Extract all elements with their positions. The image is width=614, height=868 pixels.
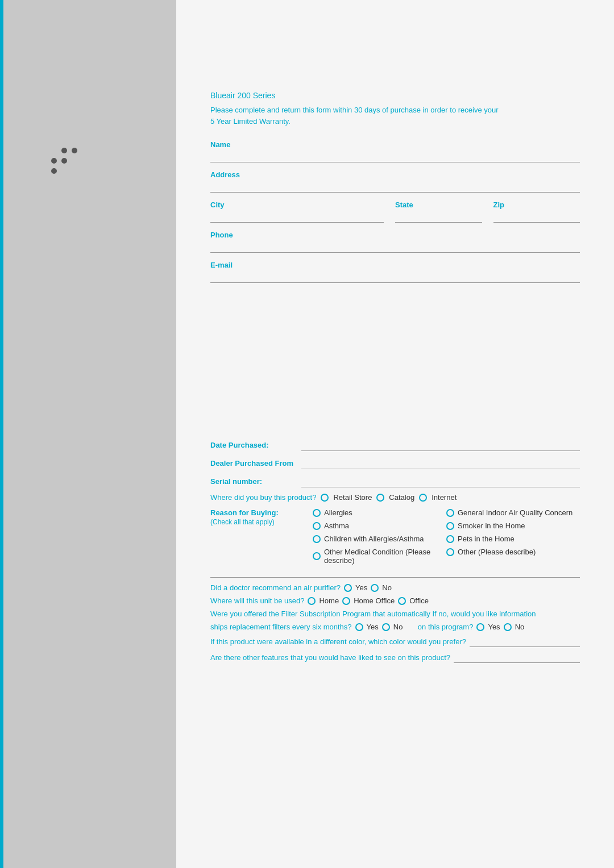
allergies-radio[interactable]	[313, 509, 321, 517]
address-input[interactable]	[210, 180, 580, 193]
filter-info-yes-label: Yes	[488, 623, 500, 631]
reason-other-medical: Other Medical Condition (Please describe…	[313, 548, 446, 565]
retail-store-radio[interactable]	[321, 494, 329, 502]
doctor-no-radio[interactable]	[371, 584, 379, 592]
pets-radio[interactable]	[446, 535, 454, 543]
catalog-radio[interactable]	[376, 494, 384, 502]
state-input[interactable]	[395, 210, 482, 223]
doctor-question-row: Did a doctor recommend an air purifier? …	[210, 583, 580, 592]
home-label: Home	[319, 596, 339, 605]
product-title: Blueair 200 Series	[210, 91, 580, 100]
where-used-row: Where will this unit be used? Home Home …	[210, 596, 580, 605]
phone-label: Phone	[210, 231, 580, 239]
serial-group: Serial number:	[210, 475, 580, 487]
filter-yes-label: Yes	[367, 623, 379, 631]
state-label: State	[395, 201, 482, 209]
home-office-label: Home Office	[354, 596, 395, 605]
filter-info-text: on this program?	[418, 623, 474, 631]
where-used-question: Where will this unit be used?	[210, 596, 304, 605]
where-bought-row: Where did you buy this product? Retail S…	[210, 493, 580, 502]
filter-info-yes-radio[interactable]	[476, 623, 484, 631]
other-medical-radio[interactable]	[313, 552, 321, 560]
internet-radio[interactable]	[419, 494, 427, 502]
date-purchased-label: Date Purchased:	[210, 441, 301, 449]
color-input[interactable]	[470, 636, 580, 647]
reasons-right: General Indoor Air Quality Concern Smoke…	[446, 508, 580, 569]
reason-sub-label: (Check all that apply)	[210, 518, 313, 526]
filter-no-radio[interactable]	[382, 623, 390, 631]
other-label: Other (Please describe)	[458, 548, 536, 556]
name-input[interactable]	[210, 150, 580, 162]
smoker-radio[interactable]	[446, 522, 454, 530]
email-input[interactable]	[210, 270, 580, 283]
serial-input[interactable]	[301, 475, 580, 487]
reason-section: Reason for Buying: (Check all that apply…	[210, 508, 580, 569]
other-medical-label: Other Medical Condition (Please describe…	[324, 548, 446, 565]
spacer	[210, 291, 580, 439]
doctor-yes-radio[interactable]	[344, 584, 352, 592]
filter-yes-radio[interactable]	[355, 623, 363, 631]
features-question-row: Are there other features that you would …	[210, 652, 580, 663]
other-radio[interactable]	[446, 548, 454, 556]
date-purchased-group: Date Purchased:	[210, 439, 580, 451]
children-allergies-label: Children with Allergies/Asthma	[324, 535, 424, 543]
dots-decoration	[51, 148, 78, 175]
name-label: Name	[210, 140, 580, 149]
general-indoor-radio[interactable]	[446, 509, 454, 517]
home-office-radio[interactable]	[342, 597, 350, 605]
city-label: City	[210, 201, 384, 209]
internet-label: Internet	[432, 493, 457, 502]
serial-label: Serial number:	[210, 477, 301, 486]
zip-input[interactable]	[493, 210, 580, 223]
city-state-zip-group: City State Zip	[210, 201, 580, 223]
children-allergies-radio[interactable]	[313, 535, 321, 543]
catalog-label: Catalog	[389, 493, 414, 502]
dealer-group: Dealer Purchased From	[210, 457, 580, 469]
color-question: If this product were available in a diff…	[210, 637, 466, 646]
smoker-label: Smoker in the Home	[458, 521, 525, 530]
warranty-form: Name Address City State Zip	[210, 140, 580, 283]
purchase-section: Date Purchased: Dealer Purchased From Se…	[210, 439, 580, 663]
city-input[interactable]	[210, 210, 384, 223]
phone-field-group: Phone	[210, 231, 580, 253]
features-question: Are there other features that you would …	[210, 653, 450, 662]
where-bought-question: Where did you buy this product?	[210, 493, 316, 502]
filter-sub-row: ships replacement filters every six mont…	[210, 623, 580, 631]
name-field-group: Name	[210, 140, 580, 162]
city-field-group: City	[210, 201, 384, 223]
asthma-radio[interactable]	[313, 522, 321, 530]
reason-general-indoor: General Indoor Air Quality Concern	[446, 508, 580, 517]
doctor-yes-label: Yes	[355, 583, 367, 592]
filter-info-no-label: No	[515, 623, 525, 631]
dealer-input[interactable]	[301, 457, 580, 469]
filter-q2: ships replacement filters every six mont…	[210, 623, 352, 631]
zip-label: Zip	[493, 201, 580, 209]
reason-label: Reason for Buying:	[210, 508, 313, 517]
reasons-grid: Allergies Asthma Children with Allergies…	[313, 508, 580, 569]
asthma-label: Asthma	[324, 521, 349, 530]
accent-bar	[0, 0, 3, 868]
office-radio[interactable]	[398, 597, 406, 605]
office-label: Office	[409, 596, 429, 605]
pets-label: Pets in the Home	[458, 535, 515, 543]
filter-info-no-radio[interactable]	[504, 623, 512, 631]
filter-q1: Were you offered the Filter Subscription…	[210, 610, 430, 618]
dealer-label: Dealer Purchased From	[210, 459, 301, 468]
date-purchased-input[interactable]	[301, 439, 580, 451]
email-field-group: E-mail	[210, 261, 580, 283]
left-panel	[0, 0, 176, 868]
phone-input[interactable]	[210, 240, 580, 253]
reasons-left: Allergies Asthma Children with Allergies…	[313, 508, 446, 569]
reason-smoker: Smoker in the Home	[446, 521, 580, 530]
zip-field-group: Zip	[493, 201, 580, 223]
reason-asthma: Asthma	[313, 521, 446, 530]
reason-children-allergies: Children with Allergies/Asthma	[313, 535, 446, 543]
filter-question-row: Were you offered the Filter Subscription…	[210, 610, 580, 618]
filter-no-label: No	[393, 623, 403, 631]
reason-pets: Pets in the Home	[446, 535, 580, 543]
email-label: E-mail	[210, 261, 580, 269]
home-radio[interactable]	[308, 597, 316, 605]
doctor-no-label: No	[382, 583, 392, 592]
reason-other: Other (Please describe)	[446, 548, 580, 556]
features-input[interactable]	[454, 652, 580, 663]
